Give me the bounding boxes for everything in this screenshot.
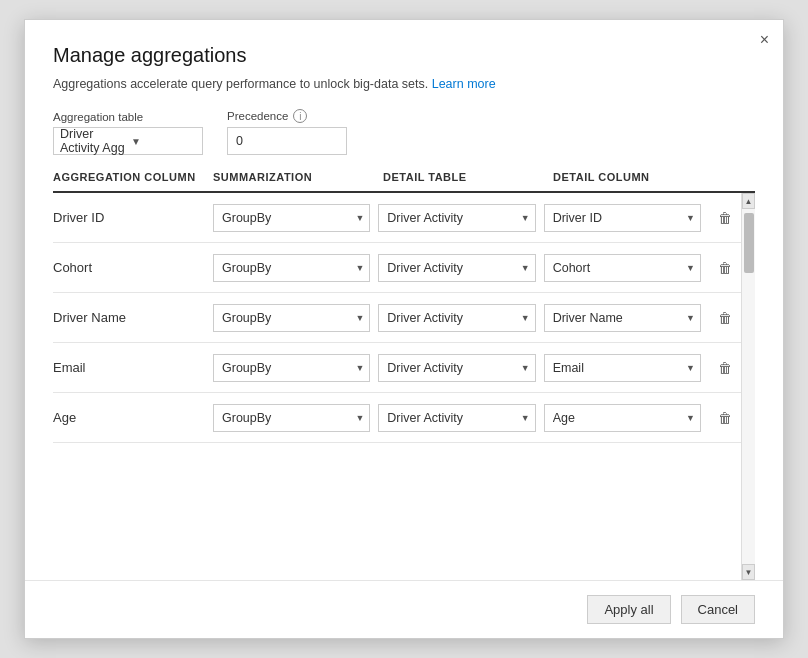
detail-column-select[interactable]: Driver IDCohortDriver NameEmailAge <box>544 254 701 282</box>
agg-column-label: Driver Name <box>53 310 213 325</box>
detail-table-select-wrapper: Driver ActivityDriver Activity Agg▼ <box>378 354 535 382</box>
dropdown-arrow-icon: ▼ <box>131 136 196 147</box>
table-body: Driver IDGroupBySumCountMinMaxAverage▼Dr… <box>53 193 741 443</box>
detail-table-select[interactable]: Driver ActivityDriver Activity Agg <box>378 254 535 282</box>
detail-table-select-wrapper: Driver ActivityDriver Activity Agg▼ <box>378 304 535 332</box>
detail-table-select-wrapper: Driver ActivityDriver Activity Agg▼ <box>378 404 535 432</box>
precedence-label: Precedence i <box>227 109 347 123</box>
table-header: AGGREGATION COLUMN SUMMARIZATION DETAIL … <box>53 171 755 193</box>
table-content: Driver IDGroupBySumCountMinMaxAverage▼Dr… <box>53 193 741 580</box>
table-row: Driver IDGroupBySumCountMinMaxAverage▼Dr… <box>53 193 741 243</box>
controls-row: Aggregation table Driver Activity Agg ▼ … <box>25 109 783 171</box>
col-header-agg-column: AGGREGATION COLUMN <box>53 171 213 183</box>
aggregation-table-group: Aggregation table Driver Activity Agg ▼ <box>53 111 203 155</box>
dialog-subtitle: Aggregations accelerate query performanc… <box>53 77 755 91</box>
summarization-select[interactable]: GroupBySumCountMinMaxAverage <box>213 204 370 232</box>
summarization-select-wrapper: GroupBySumCountMinMaxAverage▼ <box>213 204 370 232</box>
precedence-input[interactable] <box>227 127 347 155</box>
table-row: AgeGroupBySumCountMinMaxAverage▼Driver A… <box>53 393 741 443</box>
precedence-group: Precedence i <box>227 109 347 155</box>
agg-column-label: Driver ID <box>53 210 213 225</box>
aggregation-table-label: Aggregation table <box>53 111 203 123</box>
col-header-detail-table: DETAIL TABLE <box>383 171 553 183</box>
dialog-header: Manage aggregations Aggregations acceler… <box>25 20 783 109</box>
learn-more-link[interactable]: Learn more <box>432 77 496 91</box>
detail-column-select[interactable]: Driver IDCohortDriver NameEmailAge <box>544 404 701 432</box>
detail-table-select[interactable]: Driver ActivityDriver Activity Agg <box>378 304 535 332</box>
detail-column-select-wrapper: Driver IDCohortDriver NameEmailAge▼ <box>544 204 701 232</box>
apply-all-button[interactable]: Apply all <box>587 595 670 624</box>
detail-column-select[interactable]: Driver IDCohortDriver NameEmailAge <box>544 354 701 382</box>
summarization-select-wrapper: GroupBySumCountMinMaxAverage▼ <box>213 254 370 282</box>
table-row: EmailGroupBySumCountMinMaxAverage▼Driver… <box>53 343 741 393</box>
manage-aggregations-dialog: × Manage aggregations Aggregations accel… <box>24 19 784 639</box>
side-scrollbar: ▲ ▼ <box>741 193 755 580</box>
delete-row-button[interactable]: 🗑 <box>709 308 741 328</box>
info-icon: i <box>293 109 307 123</box>
scroll-down-button[interactable]: ▼ <box>742 564 755 580</box>
detail-column-select-wrapper: Driver IDCohortDriver NameEmailAge▼ <box>544 304 701 332</box>
scroll-thumb[interactable] <box>744 213 754 273</box>
dialog-title: Manage aggregations <box>53 44 755 67</box>
aggregation-table-select[interactable]: Driver Activity Agg ▼ <box>53 127 203 155</box>
delete-row-button[interactable]: 🗑 <box>709 208 741 228</box>
cancel-button[interactable]: Cancel <box>681 595 755 624</box>
detail-table-select[interactable]: Driver ActivityDriver Activity Agg <box>378 404 535 432</box>
detail-table-select-wrapper: Driver ActivityDriver Activity Agg▼ <box>378 254 535 282</box>
table-row: Driver NameGroupBySumCountMinMaxAverage▼… <box>53 293 741 343</box>
summarization-select-wrapper: GroupBySumCountMinMaxAverage▼ <box>213 404 370 432</box>
detail-table-select-wrapper: Driver ActivityDriver Activity Agg▼ <box>378 204 535 232</box>
summarization-select-wrapper: GroupBySumCountMinMaxAverage▼ <box>213 354 370 382</box>
dialog-footer: Apply all Cancel <box>25 580 783 638</box>
agg-column-label: Cohort <box>53 260 213 275</box>
close-button[interactable]: × <box>760 32 769 48</box>
summarization-select-wrapper: GroupBySumCountMinMaxAverage▼ <box>213 304 370 332</box>
delete-row-button[interactable]: 🗑 <box>709 358 741 378</box>
detail-column-select[interactable]: Driver IDCohortDriver NameEmailAge <box>544 304 701 332</box>
table-with-scrollbar: Driver IDGroupBySumCountMinMaxAverage▼Dr… <box>53 193 755 580</box>
subtitle-text: Aggregations accelerate query performanc… <box>53 77 428 91</box>
delete-row-button[interactable]: 🗑 <box>709 408 741 428</box>
table-row: CohortGroupBySumCountMinMaxAverage▼Drive… <box>53 243 741 293</box>
detail-table-select[interactable]: Driver ActivityDriver Activity Agg <box>378 204 535 232</box>
aggregation-table-value: Driver Activity Agg <box>60 127 125 155</box>
summarization-select[interactable]: GroupBySumCountMinMaxAverage <box>213 304 370 332</box>
aggregations-table-section: AGGREGATION COLUMN SUMMARIZATION DETAIL … <box>25 171 783 580</box>
scroll-up-button[interactable]: ▲ <box>742 193 755 209</box>
scroll-track <box>742 209 755 564</box>
detail-column-select[interactable]: Driver IDCohortDriver NameEmailAge <box>544 204 701 232</box>
detail-column-select-wrapper: Driver IDCohortDriver NameEmailAge▼ <box>544 354 701 382</box>
summarization-select[interactable]: GroupBySumCountMinMaxAverage <box>213 254 370 282</box>
col-header-summarization: SUMMARIZATION <box>213 171 383 183</box>
agg-column-label: Email <box>53 360 213 375</box>
detail-column-select-wrapper: Driver IDCohortDriver NameEmailAge▼ <box>544 404 701 432</box>
summarization-select[interactable]: GroupBySumCountMinMaxAverage <box>213 354 370 382</box>
col-header-detail-column: DETAIL COLUMN <box>553 171 723 183</box>
agg-column-label: Age <box>53 410 213 425</box>
detail-table-select[interactable]: Driver ActivityDriver Activity Agg <box>378 354 535 382</box>
summarization-select[interactable]: GroupBySumCountMinMaxAverage <box>213 404 370 432</box>
detail-column-select-wrapper: Driver IDCohortDriver NameEmailAge▼ <box>544 254 701 282</box>
delete-row-button[interactable]: 🗑 <box>709 258 741 278</box>
